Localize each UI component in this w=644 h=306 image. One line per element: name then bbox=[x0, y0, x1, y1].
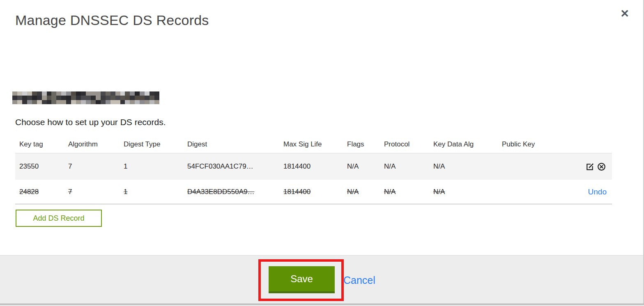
cell-digest: D4A33E8DD550A9… bbox=[187, 188, 283, 196]
cell-algorithm: 7 bbox=[68, 162, 124, 171]
cell-algorithm: 7 bbox=[68, 188, 124, 196]
col-digest-type: Digest Type bbox=[124, 140, 187, 148]
table-header: Key tag Algorithm Digest Type Digest Max… bbox=[15, 135, 612, 153]
delete-icon bbox=[597, 162, 606, 171]
cell-key-tag: 23550 bbox=[19, 162, 68, 171]
col-flags: Flags bbox=[347, 140, 384, 148]
cell-flags: N/A bbox=[347, 188, 384, 196]
footer-bar: Save Cancel bbox=[0, 255, 644, 306]
cell-protocol: N/A bbox=[384, 162, 433, 171]
cancel-link[interactable]: Cancel bbox=[343, 274, 375, 286]
col-protocol: Protocol bbox=[384, 140, 433, 148]
col-max-sig-life: Max Sig Life bbox=[283, 140, 347, 148]
page-title: Manage DNSSEC DS Records bbox=[15, 12, 209, 28]
cell-protocol: N/A bbox=[384, 188, 433, 196]
col-key-tag: Key tag bbox=[19, 140, 68, 148]
cell-flags: N/A bbox=[347, 162, 384, 171]
edit-icon bbox=[585, 162, 595, 171]
col-digest: Digest bbox=[187, 140, 283, 148]
cell-digest: 54FCF030AA1C79… bbox=[187, 162, 283, 171]
delete-record-button[interactable] bbox=[596, 162, 607, 172]
redacted-domain-name bbox=[12, 91, 159, 104]
cell-max-sig-life: 1814400 bbox=[283, 188, 347, 196]
add-ds-record-button[interactable]: Add DS Record bbox=[16, 210, 102, 227]
undo-link[interactable]: Undo bbox=[588, 187, 607, 196]
edit-record-button[interactable] bbox=[585, 162, 595, 172]
cell-max-sig-life: 1814400 bbox=[283, 162, 347, 171]
table-row: 23550 7 1 54FCF030AA1C79… 1814400 N/A N/… bbox=[15, 153, 612, 180]
save-button[interactable]: Save bbox=[269, 266, 335, 293]
cell-digest-type: 1 bbox=[124, 188, 187, 196]
close-icon[interactable]: ✕ bbox=[620, 8, 629, 19]
cell-digest-type: 1 bbox=[124, 162, 187, 171]
col-key-data-alg: Key Data Alg bbox=[433, 140, 502, 148]
manage-dnssec-modal: Manage DNSSEC DS Records ✕ Choose how to… bbox=[0, 0, 644, 306]
table-row: 24828 7 1 D4A33E8DD550A9… 1814400 N/A N/… bbox=[15, 180, 612, 204]
col-algorithm: Algorithm bbox=[68, 140, 124, 148]
col-public-key: Public Key bbox=[502, 140, 564, 148]
instruction-text: Choose how to set up your DS records. bbox=[15, 117, 166, 127]
ds-records-table: Key tag Algorithm Digest Type Digest Max… bbox=[15, 135, 612, 204]
cell-key-data-alg: N/A bbox=[433, 162, 502, 171]
row-actions: Undo bbox=[588, 187, 612, 196]
cell-key-tag: 24828 bbox=[19, 188, 68, 196]
cell-key-data-alg: N/A bbox=[433, 188, 502, 196]
row-actions bbox=[585, 162, 612, 172]
